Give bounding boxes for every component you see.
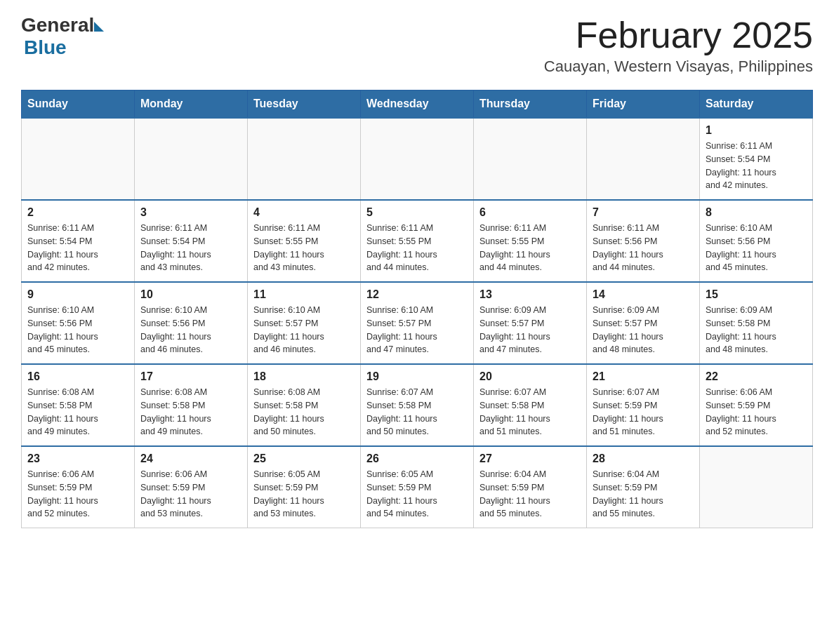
logo-blue-text: Blue [24,36,67,59]
day-info: Sunrise: 6:06 AMSunset: 5:59 PMDaylight:… [140,468,241,521]
calendar-cell: 2Sunrise: 6:11 AMSunset: 5:54 PMDaylight… [22,200,135,282]
day-number: 24 [140,452,241,465]
day-info: Sunrise: 6:05 AMSunset: 5:59 PMDaylight:… [366,468,468,521]
logo-arrow-icon [94,22,104,32]
calendar-cell: 23Sunrise: 6:06 AMSunset: 5:59 PMDayligh… [22,446,135,528]
day-number: 11 [253,288,355,301]
weekday-header-friday: Friday [587,90,700,119]
day-info: Sunrise: 6:09 AMSunset: 5:57 PMDaylight:… [479,304,581,356]
calendar-cell: 14Sunrise: 6:09 AMSunset: 5:57 PMDayligh… [587,282,700,364]
calendar-cell [474,118,587,200]
calendar-cell: 27Sunrise: 6:04 AMSunset: 5:59 PMDayligh… [474,446,587,528]
calendar-cell: 11Sunrise: 6:10 AMSunset: 5:57 PMDayligh… [248,282,361,364]
calendar-week-2: 2Sunrise: 6:11 AMSunset: 5:54 PMDaylight… [22,200,813,282]
calendar-cell [22,118,135,200]
day-info: Sunrise: 6:10 AMSunset: 5:56 PMDaylight:… [27,304,128,356]
day-info: Sunrise: 6:11 AMSunset: 5:54 PMDaylight:… [706,140,807,192]
day-number: 13 [479,288,581,301]
day-info: Sunrise: 6:10 AMSunset: 5:56 PMDaylight:… [706,222,807,274]
calendar-cell: 20Sunrise: 6:07 AMSunset: 5:58 PMDayligh… [474,364,587,446]
calendar-cell [700,446,813,528]
main-title: February 2025 [544,14,813,56]
logo: General Blue [21,14,104,59]
calendar-cell: 10Sunrise: 6:10 AMSunset: 5:56 PMDayligh… [135,282,248,364]
calendar-cell: 5Sunrise: 6:11 AMSunset: 5:55 PMDaylight… [361,200,474,282]
day-info: Sunrise: 6:11 AMSunset: 5:55 PMDaylight:… [253,222,355,274]
day-info: Sunrise: 6:04 AMSunset: 5:59 PMDaylight:… [479,468,581,521]
calendar-cell: 26Sunrise: 6:05 AMSunset: 5:59 PMDayligh… [361,446,474,528]
page-header: General Blue February 2025 Cauayan, West… [21,14,813,76]
day-number: 20 [479,370,581,383]
day-info: Sunrise: 6:10 AMSunset: 5:56 PMDaylight:… [140,304,241,356]
calendar-cell: 9Sunrise: 6:10 AMSunset: 5:56 PMDaylight… [22,282,135,364]
day-info: Sunrise: 6:07 AMSunset: 5:58 PMDaylight:… [479,386,581,438]
day-info: Sunrise: 6:08 AMSunset: 5:58 PMDaylight:… [140,386,241,438]
calendar-cell [135,118,248,200]
day-number: 26 [366,452,468,465]
day-number: 2 [27,206,128,219]
calendar-cell: 28Sunrise: 6:04 AMSunset: 5:59 PMDayligh… [587,446,700,528]
logo-general-text: General [21,14,94,36]
day-number: 17 [140,370,241,383]
weekday-header-thursday: Thursday [474,90,587,119]
calendar-cell: 25Sunrise: 6:05 AMSunset: 5:59 PMDayligh… [248,446,361,528]
calendar-cell: 17Sunrise: 6:08 AMSunset: 5:58 PMDayligh… [135,364,248,446]
day-info: Sunrise: 6:11 AMSunset: 5:55 PMDaylight:… [479,222,581,274]
day-number: 15 [706,288,807,301]
day-number: 28 [593,452,694,465]
weekday-header-sunday: Sunday [22,90,135,119]
day-info: Sunrise: 6:10 AMSunset: 5:57 PMDaylight:… [366,304,468,356]
day-number: 6 [479,206,581,219]
calendar-cell: 19Sunrise: 6:07 AMSunset: 5:58 PMDayligh… [361,364,474,446]
day-number: 22 [706,370,807,383]
day-info: Sunrise: 6:11 AMSunset: 5:54 PMDaylight:… [27,222,128,274]
day-number: 7 [593,206,694,219]
day-number: 14 [593,288,694,301]
calendar-cell: 13Sunrise: 6:09 AMSunset: 5:57 PMDayligh… [474,282,587,364]
day-number: 23 [27,452,128,465]
weekday-header-saturday: Saturday [700,90,813,119]
day-number: 19 [366,370,468,383]
day-number: 27 [479,452,581,465]
day-info: Sunrise: 6:06 AMSunset: 5:59 PMDaylight:… [706,386,807,438]
calendar-week-1: 1Sunrise: 6:11 AMSunset: 5:54 PMDaylight… [22,118,813,200]
day-info: Sunrise: 6:07 AMSunset: 5:58 PMDaylight:… [366,386,468,438]
day-info: Sunrise: 6:09 AMSunset: 5:57 PMDaylight:… [593,304,694,356]
calendar-cell [587,118,700,200]
day-number: 10 [140,288,241,301]
subtitle: Cauayan, Western Visayas, Philippines [544,58,813,76]
calendar-cell [248,118,361,200]
calendar-cell: 6Sunrise: 6:11 AMSunset: 5:55 PMDaylight… [474,200,587,282]
calendar-week-3: 9Sunrise: 6:10 AMSunset: 5:56 PMDaylight… [22,282,813,364]
day-info: Sunrise: 6:08 AMSunset: 5:58 PMDaylight:… [253,386,355,438]
weekday-header-wednesday: Wednesday [361,90,474,119]
day-info: Sunrise: 6:05 AMSunset: 5:59 PMDaylight:… [253,468,355,521]
day-number: 18 [253,370,355,383]
day-number: 12 [366,288,468,301]
calendar-cell: 4Sunrise: 6:11 AMSunset: 5:55 PMDaylight… [248,200,361,282]
weekday-header-tuesday: Tuesday [248,90,361,119]
calendar-cell: 16Sunrise: 6:08 AMSunset: 5:58 PMDayligh… [22,364,135,446]
day-info: Sunrise: 6:11 AMSunset: 5:56 PMDaylight:… [593,222,694,274]
weekday-header-row: SundayMondayTuesdayWednesdayThursdayFrid… [22,90,813,119]
day-number: 25 [253,452,355,465]
day-number: 16 [27,370,128,383]
calendar-cell: 3Sunrise: 6:11 AMSunset: 5:54 PMDaylight… [135,200,248,282]
day-info: Sunrise: 6:10 AMSunset: 5:57 PMDaylight:… [253,304,355,356]
day-number: 3 [140,206,241,219]
calendar-cell: 12Sunrise: 6:10 AMSunset: 5:57 PMDayligh… [361,282,474,364]
weekday-header-monday: Monday [135,90,248,119]
calendar-cell [361,118,474,200]
calendar-cell: 18Sunrise: 6:08 AMSunset: 5:58 PMDayligh… [248,364,361,446]
calendar-cell: 22Sunrise: 6:06 AMSunset: 5:59 PMDayligh… [700,364,813,446]
calendar-cell: 8Sunrise: 6:10 AMSunset: 5:56 PMDaylight… [700,200,813,282]
calendar-cell: 1Sunrise: 6:11 AMSunset: 5:54 PMDaylight… [700,118,813,200]
calendar-cell: 21Sunrise: 6:07 AMSunset: 5:59 PMDayligh… [587,364,700,446]
day-number: 21 [593,370,694,383]
calendar-table: SundayMondayTuesdayWednesdayThursdayFrid… [21,90,813,528]
day-number: 4 [253,206,355,219]
day-number: 1 [706,124,807,137]
title-section: February 2025 Cauayan, Western Visayas, … [544,14,813,76]
day-number: 8 [706,206,807,219]
day-number: 9 [27,288,128,301]
